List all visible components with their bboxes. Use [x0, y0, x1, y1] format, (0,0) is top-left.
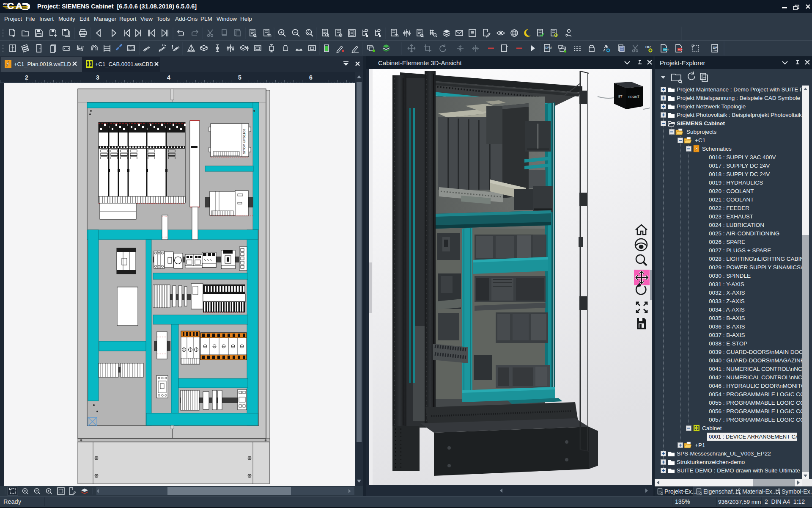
- svg-text:2: 2: [25, 74, 28, 81]
- svg-text:3: 3: [96, 74, 99, 81]
- svg-text:ƎT: ƎT: [618, 94, 623, 99]
- svg-text:4: 4: [167, 74, 170, 81]
- svg-text:SITOP UPS1100: SITOP UPS1100: [242, 129, 246, 154]
- svg-text:FRONT: FRONT: [628, 95, 640, 99]
- svg-text:5: 5: [238, 74, 241, 81]
- svg-text:6: 6: [309, 74, 313, 81]
- svg-text:CA: CA: [7, 1, 22, 10]
